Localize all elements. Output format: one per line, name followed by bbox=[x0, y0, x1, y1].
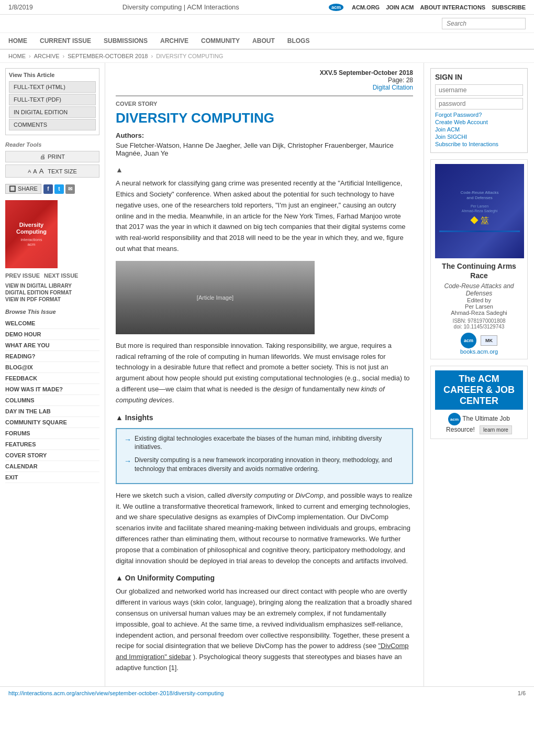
browse-reading[interactable]: READING? bbox=[5, 353, 35, 359]
nav-current-issue[interactable]: CURRENT ISSUE bbox=[40, 37, 91, 45]
forgot-password-link[interactable]: Forgot Password? bbox=[435, 112, 523, 118]
browse-features[interactable]: FEATURES bbox=[5, 441, 36, 447]
citation-link[interactable]: Digital Citation bbox=[373, 84, 413, 91]
browse-demo-hour[interactable]: DEMO HOUR bbox=[5, 331, 41, 337]
next-issue-link[interactable]: NEXT ISSUE bbox=[44, 272, 78, 279]
acm-logo-icon: acm bbox=[329, 4, 343, 11]
browse-welcome[interactable]: WELCOME bbox=[5, 320, 35, 326]
browse-forums[interactable]: FORUMS bbox=[5, 430, 30, 436]
browse-what-are-you[interactable]: WHAT ARE YOU bbox=[5, 342, 50, 348]
browse-columns[interactable]: COLUMNS bbox=[5, 397, 35, 403]
nav-community[interactable]: COMMUNITY bbox=[201, 37, 240, 45]
comments-link[interactable]: COMMENTS bbox=[9, 119, 96, 130]
list-item: WELCOME bbox=[5, 318, 99, 329]
book-ad[interactable]: Code-Reuse Attacksand Defenses Per Larse… bbox=[430, 159, 528, 359]
nav-home[interactable]: HOME bbox=[8, 37, 27, 45]
breadcrumb-issue[interactable]: SEPTEMBER-OCTOBER 2018 bbox=[68, 53, 148, 59]
join-acm-link[interactable]: JOIN ACM bbox=[386, 4, 414, 10]
body-paragraph-2: But more is required than responsible in… bbox=[116, 341, 413, 406]
browse-cover-story[interactable]: COVER STORY bbox=[5, 452, 47, 458]
article-body-4: Our globalized and networked world has i… bbox=[116, 586, 413, 673]
main-nav: HOME CURRENT ISSUE SUBMISSIONS ARCHIVE C… bbox=[0, 33, 534, 50]
digital-format-link[interactable]: DIGITAL EDITION FORMAT bbox=[5, 290, 99, 295]
browse-blog[interactable]: BLOG@IX bbox=[5, 364, 33, 370]
insight-arrow-icon-2: → bbox=[124, 456, 131, 467]
body-paragraph-1: A neural network for classifying gang cr… bbox=[116, 178, 413, 255]
reader-tools: Reader Tools 🖨 PRINT A A A TEXT SIZE bbox=[5, 141, 99, 178]
search-bar bbox=[0, 15, 534, 33]
share-button[interactable]: 🔲 SHARE bbox=[5, 184, 41, 194]
password-input[interactable] bbox=[435, 98, 523, 109]
browse-list: WELCOME DEMO HOUR WHAT ARE YOU READING? … bbox=[5, 318, 99, 483]
date-label: 1/8/2019 bbox=[8, 4, 33, 11]
article-image: [Article Image] bbox=[116, 261, 315, 334]
username-input[interactable] bbox=[435, 84, 523, 96]
learn-more-button[interactable]: learn more bbox=[480, 425, 512, 434]
join-sigchi-link[interactable]: Join SIGCHI bbox=[435, 134, 523, 140]
nav-submissions[interactable]: SUBMISSIONS bbox=[104, 37, 148, 45]
authors-text: Sue Fletcher-Watson, Hanne De Jaegher, J… bbox=[116, 141, 413, 157]
top-nav: acm ACM.ORG JOIN ACM ABOUT INTERACTIONS … bbox=[329, 4, 526, 11]
nav-blogs[interactable]: BLOGS bbox=[287, 37, 310, 45]
bottom-bar: http://interactions.acm.org/archive/view… bbox=[0, 686, 534, 699]
pdf-format-link[interactable]: VIEW IN PDF FORMAT bbox=[5, 297, 99, 302]
acm-circle-logo: acm bbox=[461, 333, 476, 348]
breadcrumb-current: DIVERSITY COMPUTING bbox=[156, 53, 223, 59]
prev-next-nav: PREV ISSUE NEXT ISSUE bbox=[5, 272, 99, 279]
list-item: FEATURES bbox=[5, 439, 99, 450]
career-header: The ACM CAREER & JOB CENTER bbox=[435, 370, 523, 410]
browse-community-square[interactable]: COMMUNITY SQUARE bbox=[5, 419, 67, 425]
browse-exit[interactable]: EXIT bbox=[5, 474, 18, 480]
browse-calendar[interactable]: CALENDAR bbox=[5, 463, 38, 469]
editor-name-1: Per Larsen bbox=[465, 303, 493, 310]
article-body-2: But more is required than responsible in… bbox=[116, 341, 413, 406]
book-subtitle: Code-Reuse Attacks and Defenses bbox=[435, 282, 523, 297]
print-button[interactable]: 🖨 PRINT bbox=[5, 151, 99, 162]
prev-issue-link[interactable]: PREV ISSUE bbox=[5, 272, 40, 279]
full-text-html-link[interactable]: FULL-TEXT (HTML) bbox=[9, 81, 96, 93]
text-size-large: A bbox=[39, 167, 44, 175]
text-size-control[interactable]: A A A TEXT SIZE bbox=[5, 165, 99, 178]
breadcrumb-archive[interactable]: ARCHIVE bbox=[34, 53, 60, 59]
reader-tools-title: Reader Tools bbox=[5, 141, 99, 148]
right-sidebar: SIGN IN Forgot Password? Create Web Acco… bbox=[424, 63, 534, 686]
nav-about[interactable]: ABOUT bbox=[252, 37, 275, 45]
acm-org-link[interactable]: ACM.ORG bbox=[352, 4, 380, 10]
books-acm-link[interactable]: books.acm.org bbox=[435, 348, 523, 355]
list-item: COMMUNITY SQUARE bbox=[5, 417, 99, 428]
browse-feedback[interactable]: FEEDBACK bbox=[5, 375, 37, 381]
text-size-medium: A bbox=[33, 168, 37, 174]
insight-text-2: Diversity computing is a new framework i… bbox=[135, 456, 405, 474]
breadcrumb-home[interactable]: HOME bbox=[8, 53, 26, 59]
insights-box: → Existing digital technologies exacerba… bbox=[116, 428, 413, 484]
left-sidebar: View This Article FULL-TEXT (HTML) FULL-… bbox=[0, 63, 105, 686]
up-arrow-icon: ▲ bbox=[116, 166, 413, 174]
list-item: READING? bbox=[5, 351, 99, 362]
create-account-link[interactable]: Create Web Account bbox=[435, 119, 523, 125]
full-text-pdf-link[interactable]: FULL-TEXT (PDF) bbox=[9, 94, 96, 105]
join-acm-link[interactable]: Join ACM bbox=[435, 126, 523, 133]
career-acm-logo: acm bbox=[448, 413, 461, 425]
career-ad[interactable]: The ACM CAREER & JOB CENTER acm The Ulti… bbox=[430, 366, 528, 439]
list-item: FEEDBACK bbox=[5, 373, 99, 384]
about-link[interactable]: ABOUT INTERACTIONS bbox=[420, 4, 486, 10]
uniformity-heading: ▲ On Uniformity Computing bbox=[116, 574, 413, 582]
browse-how-was-it[interactable]: HOW WAS IT MADE? bbox=[5, 386, 63, 392]
subscribe-link[interactable]: SUBSCRIBE bbox=[492, 4, 526, 10]
book-cover-image: Code-Reuse Attacksand Defenses Per Larse… bbox=[435, 164, 524, 258]
cover-image: DiversityComputing interactionsacm bbox=[5, 200, 58, 268]
insight-text-1: Existing digital technologies exacerbate… bbox=[135, 434, 405, 452]
list-item: BLOG@IX bbox=[5, 362, 99, 373]
email-icon[interactable]: ✉ bbox=[65, 184, 75, 194]
facebook-icon[interactable]: f bbox=[43, 184, 53, 194]
digital-edition-link[interactable]: IN DIGITAL EDITION bbox=[9, 106, 96, 118]
browse-day-lab[interactable]: DAY IN THE LAB bbox=[5, 408, 51, 414]
nav-archive[interactable]: ARCHIVE bbox=[160, 37, 188, 45]
digital-library-link[interactable]: VIEW IN DIGITAL LIBRARY bbox=[5, 283, 99, 289]
article-body-3: Here we sketch such a vision, called div… bbox=[116, 490, 413, 567]
list-item: WHAT ARE YOU bbox=[5, 340, 99, 351]
twitter-icon[interactable]: t bbox=[54, 184, 64, 194]
search-input[interactable] bbox=[442, 18, 526, 29]
subscribe-interactions-link[interactable]: Subscribe to Interactions bbox=[435, 141, 523, 147]
share-icon: 🔲 bbox=[9, 185, 16, 192]
